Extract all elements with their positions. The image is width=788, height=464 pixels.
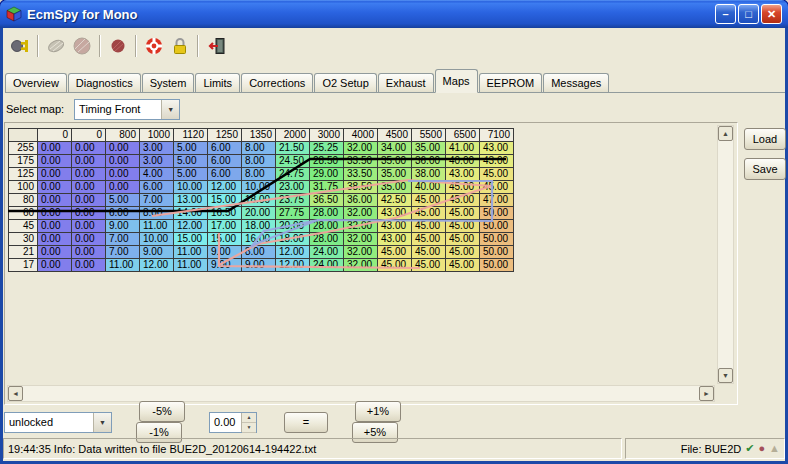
map-cell[interactable]: 50.00 <box>480 220 513 232</box>
map-cell[interactable]: 47.00 <box>480 194 513 206</box>
map-cell[interactable]: 45.00 <box>378 246 411 258</box>
map-cell[interactable]: 3.00 <box>140 142 173 154</box>
equals-button[interactable]: = <box>284 412 328 433</box>
map-cell[interactable]: 12.00 <box>140 259 173 271</box>
map-cell[interactable]: 36.00 <box>412 155 445 167</box>
map-cell[interactable]: 0.00 <box>72 220 105 232</box>
map-cell[interactable]: 10.00 <box>140 233 173 245</box>
map-cell[interactable]: 15.00 <box>174 233 207 245</box>
map-cell[interactable]: 8.00 <box>140 207 173 219</box>
map-cell[interactable]: 13.00 <box>174 194 207 206</box>
map-cell[interactable]: 0.00 <box>38 168 71 180</box>
map-cell[interactable]: 8.00 <box>242 246 275 258</box>
map-cell[interactable]: 32.00 <box>344 142 377 154</box>
map-cell[interactable]: 33.50 <box>344 168 377 180</box>
map-cell[interactable]: 0.00 <box>38 220 71 232</box>
map-cell[interactable]: 9.00 <box>140 246 173 258</box>
map-cell[interactable]: 6.00 <box>208 155 241 167</box>
map-cell[interactable]: 27.75 <box>276 207 309 219</box>
map-cell[interactable]: 0.00 <box>38 207 71 219</box>
map-cell[interactable]: 45.00 <box>412 194 445 206</box>
map-cell[interactable]: 9.00 <box>106 220 139 232</box>
scroll-right-icon[interactable]: ► <box>699 386 714 401</box>
map-cell[interactable]: 9.00 <box>208 259 241 271</box>
map-cell[interactable]: 6.00 <box>208 142 241 154</box>
map-cell[interactable]: 31.75 <box>310 181 343 193</box>
map-cell[interactable]: 20.00 <box>276 220 309 232</box>
map-cell[interactable]: 12.00 <box>276 259 309 271</box>
map-cell[interactable]: 50.00 <box>480 259 513 271</box>
map-cell[interactable]: 28.00 <box>310 233 343 245</box>
tab-diagnostics[interactable]: Diagnostics <box>68 73 141 92</box>
adjust-plusminus-1-button[interactable]: +1% <box>355 401 401 422</box>
map-cell[interactable]: 11.00 <box>174 259 207 271</box>
map-cell[interactable]: 5.00 <box>106 194 139 206</box>
scroll-left-icon[interactable]: ◄ <box>8 386 23 401</box>
map-cell[interactable]: 0.00 <box>72 246 105 258</box>
scroll-up-icon[interactable]: ▲ <box>718 126 733 141</box>
map-cell[interactable]: 35.00 <box>412 142 445 154</box>
map-cell[interactable]: 28.50 <box>310 155 343 167</box>
map-cell[interactable]: 43.00 <box>480 155 513 167</box>
map-cell[interactable]: 43.00 <box>480 142 513 154</box>
map-cell[interactable]: 0.00 <box>72 168 105 180</box>
vertical-scrollbar[interactable]: ▲ ▼ <box>717 125 734 384</box>
map-cell[interactable]: 0.00 <box>72 233 105 245</box>
tab-exhaust[interactable]: Exhaust <box>378 73 434 92</box>
map-cell[interactable]: 23.75 <box>276 194 309 206</box>
map-cell[interactable]: 5.00 <box>174 155 207 167</box>
map-cell[interactable]: 0.00 <box>72 259 105 271</box>
map-cell[interactable]: 18.00 <box>242 220 275 232</box>
record-icon[interactable] <box>106 34 130 58</box>
map-cell[interactable]: 0.00 <box>38 233 71 245</box>
map-cell[interactable]: 8.00 <box>242 168 275 180</box>
tab-corrections[interactable]: Corrections <box>241 73 313 92</box>
map-cell[interactable]: 7.00 <box>140 194 173 206</box>
map-cell[interactable]: 45.00 <box>446 194 479 206</box>
map-cell[interactable]: 11.00 <box>106 259 139 271</box>
tab-system[interactable]: System <box>142 73 195 92</box>
map-cell[interactable]: 17.00 <box>208 220 241 232</box>
map-cell[interactable]: 40.00 <box>446 155 479 167</box>
map-cell[interactable]: 0.00 <box>38 142 71 154</box>
map-cell[interactable]: 43.00 <box>378 220 411 232</box>
tab-o2-setup[interactable]: O2 Setup <box>314 73 376 92</box>
map-cell[interactable]: 0.00 <box>72 155 105 167</box>
map-cell[interactable]: 32.00 <box>344 246 377 258</box>
map-cell[interactable]: 32.00 <box>344 207 377 219</box>
connect-icon[interactable] <box>8 34 32 58</box>
map-cell[interactable]: 28.00 <box>310 207 343 219</box>
map-cell[interactable]: 24.00 <box>310 246 343 258</box>
map-cell[interactable]: 45.00 <box>480 168 513 180</box>
map-cell[interactable]: 8.00 <box>242 155 275 167</box>
close-button[interactable]: ✕ <box>761 4 782 24</box>
map-cell[interactable]: 4.00 <box>140 168 173 180</box>
burn-icon[interactable] <box>70 34 94 58</box>
map-cell[interactable]: 6.00 <box>140 181 173 193</box>
map-cell[interactable]: 21.50 <box>276 142 309 154</box>
map-cell[interactable]: 36.00 <box>344 194 377 206</box>
map-cell[interactable]: 45.00 <box>412 220 445 232</box>
map-cell[interactable]: 45.00 <box>412 207 445 219</box>
map-cell[interactable]: 38.00 <box>412 168 445 180</box>
map-cell[interactable]: 14.00 <box>174 207 207 219</box>
map-cell[interactable]: 42.50 <box>378 194 411 206</box>
map-cell[interactable]: 45.00 <box>446 220 479 232</box>
map-cell[interactable]: 12.00 <box>208 181 241 193</box>
tab-maps[interactable]: Maps <box>435 69 478 93</box>
map-cell[interactable]: 0.00 <box>106 181 139 193</box>
map-cell[interactable]: 41.00 <box>446 142 479 154</box>
map-cell[interactable]: 45.00 <box>446 207 479 219</box>
map-cell[interactable]: 3.00 <box>140 155 173 167</box>
map-cell[interactable]: 35.00 <box>378 181 411 193</box>
map-cell[interactable]: 25.25 <box>310 142 343 154</box>
map-cell[interactable]: 28.00 <box>310 220 343 232</box>
map-cell[interactable]: 35.00 <box>378 168 411 180</box>
map-cell[interactable]: 8.00 <box>242 142 275 154</box>
tab-overview[interactable]: Overview <box>5 73 67 92</box>
spinner-up-icon[interactable]: ▲ <box>242 413 256 423</box>
map-cell[interactable]: 45.00 <box>378 259 411 271</box>
map-cell[interactable]: 10.00 <box>242 181 275 193</box>
save-button[interactable]: Save <box>744 158 786 180</box>
spinner-down-icon[interactable]: ▼ <box>242 423 256 433</box>
